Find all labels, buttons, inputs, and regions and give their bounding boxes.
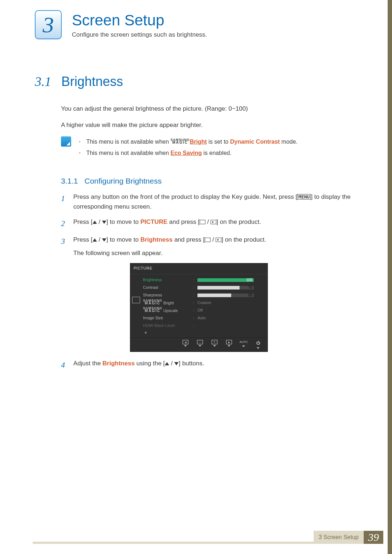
chapter-header: 3 Screen Setup Configure the screen sett… [35,10,359,39]
step-2: 2 Press [ / ] to move to PICTURE and pre… [61,217,359,230]
up-arrow-icon [93,221,97,224]
footer-text: 3 Screen Setup [314,531,364,544]
osd-list: Brightness:100Contrast:75Sharpness:60SAM… [142,274,268,338]
footer: 3 Screen Setup 39 [33,531,383,544]
note-item-2: This menu is not available when Eco Savi… [79,148,298,159]
step-4: 4 Adjust the Brightness using the [ / ] … [61,358,359,371]
side-stripe [388,0,392,554]
osd-row: Image Size:Auto [143,315,264,322]
subsection-header: 3.1.1 Configuring Brightness [61,177,359,185]
note-item-1: This menu is not available when SAMSUNGM… [79,136,298,147]
osd-plus-button: + [208,340,221,349]
subsection-title: Configuring Brightness [85,177,162,185]
enter-rect-icon [200,220,205,224]
osd-row: SAMSUNGMAGIC Bright:Custom [143,299,264,307]
osd-row: Brightness:100 [143,276,264,284]
step-3: 3 Press [ / ] to move to Brightness and … [61,235,359,258]
down-arrow-icon [174,362,179,365]
page-number: 39 [364,531,383,544]
menu-key-icon: MENU [297,194,311,200]
footer-rule [33,542,314,544]
osd-row: HDMI Black Level: [143,322,264,330]
enter-arrow-icon [216,238,221,242]
osd-tab-column [130,274,142,338]
osd-row: Sharpness:60 [143,292,264,299]
osd-title: PICTURE [130,263,268,274]
chapter-title: Screen Setup [72,12,207,29]
section-number: 3.1 [35,74,51,89]
intro-line-1: You can adjust the general brightness of… [61,104,359,114]
osd-power-button: ⏻ [252,340,264,349]
magic-bright-link[interactable]: Bright [190,139,207,145]
down-arrow-icon [102,221,106,224]
up-arrow-icon [93,238,97,242]
section-header: 3.1 Brightness [35,74,359,89]
dynamic-contrast-text: Dynamic Contrast [230,139,280,145]
osd-row: Contrast:75 [143,284,264,292]
osd-screenshot: PICTURE Brightness:100Contrast:75Sharpne… [130,263,359,352]
osd-tab-icon [132,297,140,303]
note-box: This menu is not available when SAMSUNGM… [61,136,359,159]
chapter-number: 3 [43,12,54,38]
section-title: Brightness [61,74,123,89]
step-1: 1 Press any button on the front of the p… [61,192,359,212]
brightness-text: Brightness [102,360,135,367]
intro-line-2: A higher value will make the picture app… [61,120,359,130]
chapter-badge: 3 [35,10,62,39]
osd-auto-button: AUTO [237,340,250,349]
note-icon [61,136,71,147]
step-3-followup: The following screen will appear. [73,248,266,258]
osd-enter-button: ▸ [223,340,235,349]
samsung-magic-logo: SAMSUNGMAGIC [171,139,190,144]
enter-arrow-icon [211,220,216,224]
chapter-subtitle: Configure the screen settings such as br… [72,31,207,38]
enter-rect-icon [205,238,211,242]
up-arrow-icon [165,362,169,365]
page-content: 3 Screen Setup Configure the screen sett… [0,0,392,371]
osd-bottom-bar: ◂ − + ▸ AUTO ⏻ [130,337,268,352]
osd-back-button: ◂ [179,340,192,349]
step-list: 1 Press any button on the front of the p… [61,192,359,371]
osd-minus-button: − [194,340,206,349]
section-intro: You can adjust the general brightness of… [61,104,359,130]
note-list: This menu is not available when SAMSUNGM… [79,136,298,159]
eco-saving-link[interactable]: Eco Saving [171,150,202,156]
subsection-number: 3.1.1 [61,177,78,185]
brightness-text: Brightness [140,236,173,243]
down-arrow-icon [102,238,106,242]
osd-row: SAMSUNGMAGIC Upscale:Off [143,307,264,315]
picture-text: PICTURE [140,218,168,225]
